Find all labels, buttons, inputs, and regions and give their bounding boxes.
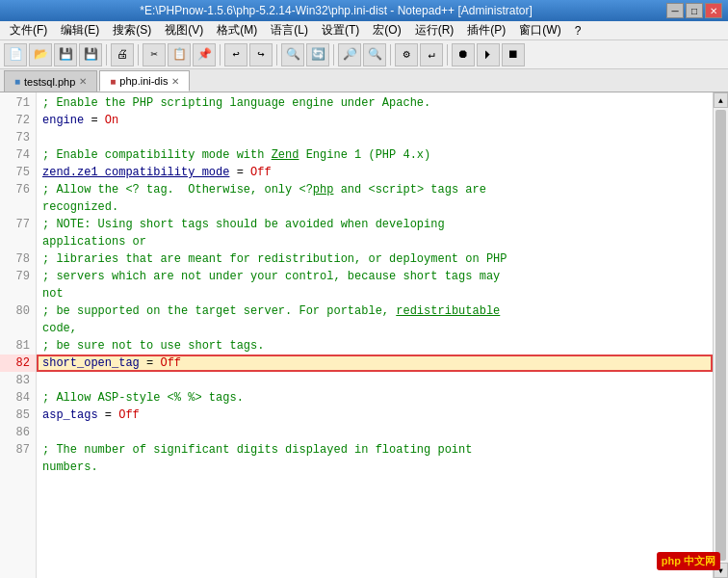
code-line-79: ; servers which are not under your contr… (37, 268, 713, 285)
menu-run[interactable]: 运行(R) (409, 20, 460, 40)
ln-80: 80 (0, 302, 36, 320)
toolbar-sep-1 (106, 44, 107, 66)
code-line-74: ; Enable compatibility mode with Zend En… (37, 146, 713, 164)
tb-saveall[interactable]: 💾 (79, 43, 102, 66)
ln-71: 71 (0, 94, 36, 112)
tb-undo[interactable]: ↩ (224, 43, 247, 66)
code-line-78: ; libraries that are meant for redistrib… (37, 250, 713, 268)
scroll-up[interactable]: ▲ (714, 92, 728, 108)
ln-74: 74 (0, 146, 36, 164)
tb-sync[interactable]: ⚙ (395, 43, 418, 66)
tab-phpini-close[interactable]: ✕ (171, 76, 179, 87)
code-line-79c: not (37, 285, 713, 302)
code-line-82[interactable]: short_open_tag = Off (37, 355, 713, 372)
menu-help[interactable]: ? (569, 22, 587, 39)
window-title: *E:\PHPnow-1.5.6\php-5.2.14-Win32\php.in… (6, 4, 666, 17)
toolbar-sep-6 (390, 44, 391, 66)
tb-save[interactable]: 💾 (54, 43, 77, 66)
tb-paste[interactable]: 📌 (193, 43, 216, 66)
title-bar: *E:\PHPnow-1.5.6\php-5.2.14-Win32\php.in… (0, 0, 728, 21)
code-line-76: ; Allow the <? tag. Otherwise, only <?ph… (37, 181, 713, 198)
tab-phpini-label: php.ini-dis (119, 75, 168, 87)
tb-find[interactable]: 🔍 (281, 43, 304, 66)
toolbar-sep-2 (138, 44, 139, 66)
menu-edit[interactable]: 编辑(E) (55, 20, 105, 40)
tb-cut[interactable]: ✂ (143, 43, 166, 66)
ln-81: 81 (0, 337, 36, 355)
ln-83: 83 (0, 372, 36, 389)
code-line-73 (37, 129, 713, 146)
ln-86: 86 (0, 424, 36, 441)
menu-format[interactable]: 格式(M) (211, 20, 263, 40)
minimize-button[interactable]: ─ (666, 3, 684, 18)
editor-container: 71 72 73 74 75 76 77 78 79 80 81 82 83 8… (0, 92, 728, 578)
ln-73: 73 (0, 129, 36, 146)
code-line-75: zend.ze1_compatibility_mode = Off (37, 164, 713, 181)
tb-redo[interactable]: ↪ (249, 43, 273, 66)
tb-macro[interactable]: ⏺ (452, 43, 475, 66)
tb-replace[interactable]: 🔄 (306, 43, 329, 66)
ln-76: 76 (0, 181, 36, 198)
menu-settings[interactable]: 设置(T) (316, 20, 365, 40)
code-line-81: ; be sure not to use short tags. (37, 337, 713, 355)
tb-copy[interactable]: 📋 (168, 43, 191, 66)
menu-file[interactable]: 文件(F) (4, 20, 53, 40)
tab-testsql-close[interactable]: ✕ (79, 76, 87, 87)
toolbar-sep-7 (447, 44, 448, 66)
tab-testsql-label: testsql.php (24, 76, 75, 88)
menu-view[interactable]: 视图(V) (159, 20, 209, 40)
ln-82: 82 (0, 355, 36, 372)
ln-87c (0, 459, 36, 476)
ln-85: 85 (0, 407, 36, 424)
scroll-thumb[interactable] (715, 110, 726, 561)
ln-77: 77 (0, 216, 36, 233)
ln-78: 78 (0, 250, 36, 268)
close-button[interactable]: ✕ (705, 3, 722, 18)
tab-ini-icon: ■ (110, 76, 116, 87)
toolbar-sep-4 (276, 44, 277, 66)
tab-sql-icon: ■ (14, 76, 20, 87)
code-line-71: ; Enable the PHP scripting language engi… (37, 94, 713, 112)
tab-bar: ■ testsql.php ✕ ■ php.ini-dis ✕ (0, 69, 728, 92)
menu-language[interactable]: 语言(L) (265, 20, 314, 40)
maximize-button[interactable]: □ (686, 3, 703, 18)
tb-wrap[interactable]: ↵ (420, 43, 443, 66)
menu-window[interactable]: 窗口(W) (513, 20, 566, 40)
ln-87: 87 (0, 441, 36, 459)
code-line-72: engine = On (37, 112, 713, 129)
menu-plugins[interactable]: 插件(P) (461, 20, 511, 40)
ln-72: 72 (0, 112, 36, 129)
tb-open[interactable]: 📂 (29, 43, 52, 66)
menu-macro[interactable]: 宏(O) (367, 20, 406, 40)
code-line-76c: recognized. (37, 198, 713, 216)
scrollbar-vertical[interactable]: ▲ ▼ (713, 92, 728, 578)
php-suffix: 中文网 (684, 555, 715, 566)
tab-testsql[interactable]: ■ testsql.php ✕ (4, 70, 97, 92)
tab-phpini[interactable]: ■ php.ini-dis ✕ (99, 70, 190, 92)
code-line-87c: numbers. (37, 459, 713, 476)
code-line-86 (37, 424, 713, 441)
ln-76c (0, 198, 36, 216)
php-label: php (662, 555, 681, 566)
tb-new[interactable]: 📄 (4, 43, 27, 66)
php-watermark: php 中文网 (657, 552, 720, 570)
menu-search[interactable]: 搜索(S) (107, 20, 157, 40)
code-line-77: ; NOTE: Using short tags should be avoid… (37, 216, 713, 233)
code-line-87: ; The number of significant digits displ… (37, 441, 713, 459)
line-numbers: 71 72 73 74 75 76 77 78 79 80 81 82 83 8… (0, 92, 37, 578)
tb-macro3[interactable]: ⏹ (502, 43, 525, 66)
code-line-84: ; Allow ASP-style <% %> tags. (37, 389, 713, 407)
tb-zoomin[interactable]: 🔎 (338, 43, 361, 66)
code-area[interactable]: ; Enable the PHP scripting language engi… (37, 92, 713, 578)
window-controls[interactable]: ─ □ ✕ (666, 3, 722, 18)
code-line-80: ; be supported on the target server. For… (37, 302, 713, 320)
tb-macro2[interactable]: ⏵ (477, 43, 500, 66)
toolbar: 📄 📂 💾 💾 🖨 ✂ 📋 📌 ↩ ↪ 🔍 🔄 🔎 🔍 ⚙ ↵ ⏺ ⏵ ⏹ (0, 40, 728, 69)
ln-77c (0, 233, 36, 250)
code-line-85: asp_tags = Off (37, 407, 713, 424)
ln-84: 84 (0, 389, 36, 407)
ln-80c (0, 320, 36, 337)
tb-print[interactable]: 🖨 (111, 43, 134, 66)
tb-zoomout[interactable]: 🔍 (363, 43, 386, 66)
toolbar-sep-5 (333, 44, 334, 66)
